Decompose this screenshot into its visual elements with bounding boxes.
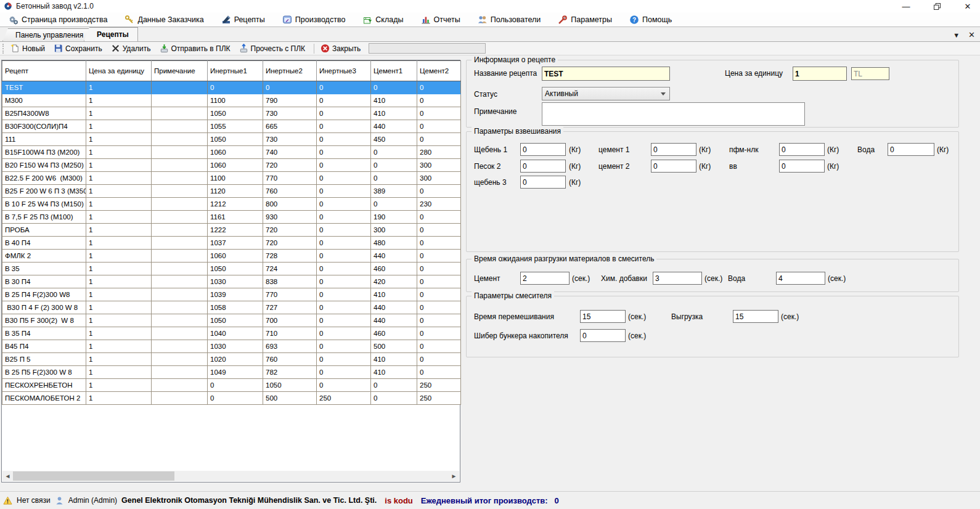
table-cell[interactable]: 300 <box>371 224 417 237</box>
table-cell[interactable]: 0 <box>317 250 371 263</box>
table-cell[interactable]: 0 <box>371 392 417 405</box>
table-cell[interactable]: 770 <box>263 288 317 301</box>
table-cell[interactable] <box>152 133 208 146</box>
table-cell[interactable]: 410 <box>371 353 417 366</box>
table-cell[interactable]: 724 <box>263 263 317 275</box>
table-cell[interactable] <box>152 159 208 172</box>
menu-users[interactable]: Пользователи <box>473 14 546 26</box>
table-cell[interactable] <box>152 198 208 211</box>
table-cell[interactable]: 450 <box>371 133 417 146</box>
table-cell[interactable]: 0 <box>263 81 317 94</box>
table-cell[interactable]: 760 <box>263 353 317 366</box>
table-row[interactable]: TEST100000 <box>2 81 461 94</box>
table-cell[interactable]: 1037 <box>208 237 263 250</box>
table-cell[interactable] <box>152 237 208 250</box>
table-cell[interactable] <box>152 288 208 301</box>
table-cell[interactable]: B 35 <box>2 263 86 275</box>
close-button[interactable]: ✕ <box>962 1 974 12</box>
table-cell[interactable]: 0 <box>317 94 371 107</box>
table-cell[interactable]: 0 <box>371 172 417 185</box>
table-cell[interactable] <box>152 263 208 275</box>
table-cell[interactable]: 0 <box>371 159 417 172</box>
table-cell[interactable]: 1058 <box>208 301 263 314</box>
table-cell[interactable]: 0 <box>417 107 461 120</box>
table-cell[interactable]: 250 <box>417 379 461 392</box>
scrollbar-track[interactable] <box>13 471 449 481</box>
table-cell[interactable] <box>152 81 208 94</box>
table-cell[interactable] <box>152 172 208 185</box>
table-cell[interactable]: 0 <box>417 275 461 288</box>
table-cell[interactable]: 190 <box>371 211 417 224</box>
table-cell[interactable] <box>152 250 208 263</box>
table-cell[interactable]: 0 <box>317 340 371 353</box>
table-cell[interactable]: B30F300(СОЛИ)П4 <box>2 120 86 133</box>
table-row[interactable]: B25 F 200 W 6 П 3 (M350)1112076003890 <box>2 185 461 198</box>
table-cell[interactable]: 700 <box>263 314 317 327</box>
table-row[interactable]: B45 П41103069305000 <box>2 340 461 353</box>
table-cell[interactable]: 1 <box>86 172 152 185</box>
table-cell[interactable]: 1222 <box>208 224 263 237</box>
table-cell[interactable]: 0 <box>371 81 417 94</box>
table-cell[interactable]: ПЕСКОХРЕНБЕТОН <box>2 379 86 392</box>
table-cell[interactable]: 0 <box>417 120 461 133</box>
table-cell[interactable]: 420 <box>371 275 417 288</box>
table-cell[interactable]: 1 <box>86 211 152 224</box>
table-cell[interactable]: 0 <box>208 379 263 392</box>
table-cell[interactable]: 1 <box>86 120 152 133</box>
table-cell[interactable]: 300 <box>417 172 461 185</box>
table-cell[interactable]: 0 <box>317 288 371 301</box>
tab-recipes[interactable]: Рецепты <box>84 27 138 41</box>
horizontal-scrollbar[interactable]: ◄ ► <box>2 471 459 481</box>
table-cell[interactable]: 838 <box>263 275 317 288</box>
table-cell[interactable] <box>152 146 208 159</box>
table-cell[interactable]: 710 <box>263 327 317 340</box>
send-to-plc-button[interactable]: Отправить в ПЛК <box>157 43 234 54</box>
table-row[interactable]: B22.5 F 200 W6 (M300)1110077000300 <box>2 172 461 185</box>
table-cell[interactable]: 0 <box>417 340 461 353</box>
table-cell[interactable]: 0 <box>317 366 371 379</box>
tab-close-icon[interactable]: ✕ <box>968 30 975 39</box>
table-cell[interactable]: 440 <box>371 301 417 314</box>
table-cell[interactable]: 730 <box>263 133 317 146</box>
table-cell[interactable]: 760 <box>263 185 317 198</box>
table-cell[interactable]: 0 <box>417 301 461 314</box>
table-row[interactable]: B 10 F 25 W4 П3 (M150)1121280000230 <box>2 198 461 211</box>
table-cell[interactable]: 1030 <box>208 340 263 353</box>
table-cell[interactable]: 410 <box>371 94 417 107</box>
table-row[interactable]: B30 П5 F 300(2) W 81105070004400 <box>2 314 461 327</box>
table-cell[interactable]: 480 <box>371 237 417 250</box>
close-tab-button[interactable]: Закрыть <box>317 43 364 54</box>
column-header[interactable]: Инертные3 <box>317 61 371 81</box>
table-cell[interactable]: 1 <box>86 224 152 237</box>
table-cell[interactable]: 1050 <box>208 263 263 275</box>
table-cell[interactable]: 1 <box>86 237 152 250</box>
table-row[interactable]: M3001110079004100 <box>2 94 461 107</box>
table-row[interactable]: B30 П 4 F (2) 300 W 81105872704400 <box>2 301 461 314</box>
table-cell[interactable]: 0 <box>317 198 371 211</box>
table-cell[interactable]: 0 <box>417 263 461 275</box>
table-row[interactable]: 1111105073004500 <box>2 133 461 146</box>
table-cell[interactable]: 1050 <box>208 107 263 120</box>
table-cell[interactable]: 1 <box>86 340 152 353</box>
table-cell[interactable]: 250 <box>417 392 461 405</box>
table-cell[interactable]: 1050 <box>208 133 263 146</box>
table-cell[interactable] <box>152 379 208 392</box>
table-cell[interactable]: 1050 <box>263 379 317 392</box>
recipe-name-input[interactable] <box>542 67 670 81</box>
tab-control-panel[interactable]: Панель управления <box>2 28 92 41</box>
table-cell[interactable]: 0 <box>417 81 461 94</box>
table-cell[interactable]: 1 <box>86 198 152 211</box>
table-cell[interactable]: 0 <box>417 224 461 237</box>
table-cell[interactable]: 0 <box>417 94 461 107</box>
menu-production-page[interactable]: Страница производства <box>4 14 112 26</box>
save-button[interactable]: Сохранить <box>51 43 105 54</box>
table-cell[interactable] <box>152 366 208 379</box>
table-cell[interactable]: 0 <box>317 275 371 288</box>
table-cell[interactable]: 0 <box>317 146 371 159</box>
table-cell[interactable] <box>152 107 208 120</box>
table-cell[interactable]: 1 <box>86 107 152 120</box>
table-cell[interactable]: 0 <box>417 353 461 366</box>
table-cell[interactable]: 0 <box>317 107 371 120</box>
table-cell[interactable]: 500 <box>371 340 417 353</box>
table-cell[interactable]: 1 <box>86 275 152 288</box>
